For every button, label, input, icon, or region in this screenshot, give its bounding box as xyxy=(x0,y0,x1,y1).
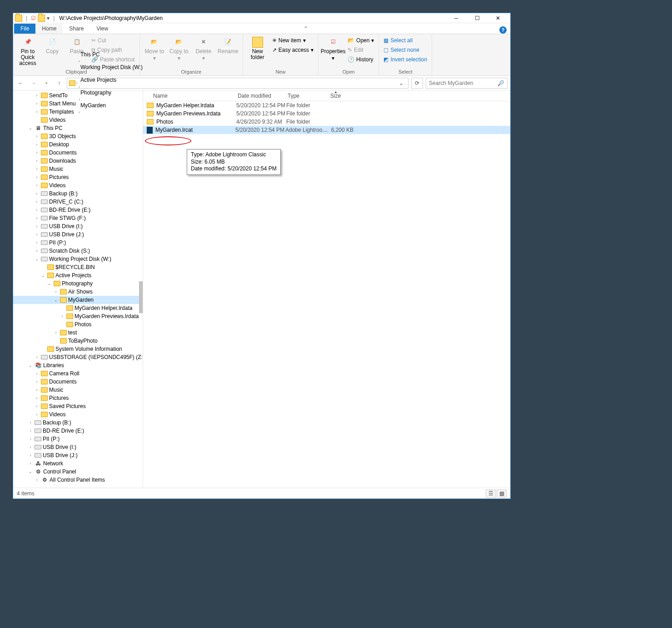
chevron-right-icon[interactable]: › xyxy=(34,199,40,204)
tree-item[interactable]: ›Air Shows xyxy=(13,288,143,296)
tree-item[interactable]: ›Desktop xyxy=(13,140,143,149)
chevron-down-icon[interactable]: ⌄ xyxy=(28,126,33,130)
tree-item[interactable]: ›BD-RE Drive (E:) xyxy=(13,206,143,214)
chevron-right-icon[interactable]: › xyxy=(34,388,40,392)
chevron-down-icon[interactable]: ⌄ xyxy=(53,298,59,302)
nav-tree[interactable]: ›SendTo›Start Menu›TemplatesVideos⌄🖥This… xyxy=(13,90,143,488)
tree-item[interactable]: $RECYCLE.BIN xyxy=(13,263,143,271)
chevron-right-icon[interactable]: › xyxy=(53,289,59,294)
tree-item[interactable]: ⌄Active Projects xyxy=(13,271,143,279)
chevron-down-icon[interactable]: ⌄ xyxy=(34,257,40,261)
chevron-right-icon[interactable]: › xyxy=(76,81,78,85)
tree-item[interactable]: Photos xyxy=(13,320,143,329)
select-all-button[interactable]: ▦ Select all xyxy=(383,36,428,45)
maximize-button[interactable]: ☐ xyxy=(467,13,488,23)
folder-icon[interactable] xyxy=(38,15,45,22)
tree-item[interactable]: ›⚙All Control Panel Items xyxy=(13,476,143,484)
chevron-right-icon[interactable]: › xyxy=(34,216,40,220)
chevron-right-icon[interactable]: › xyxy=(34,232,40,237)
chevron-right-icon[interactable]: › xyxy=(28,461,33,466)
tree-item[interactable]: ›PII (P:) xyxy=(13,239,143,247)
thumbnails-view-button[interactable]: ▦ xyxy=(497,489,507,498)
tree-item[interactable]: ›File STWG (F:) xyxy=(13,214,143,222)
easy-access-button[interactable]: ↗ Easy access ▾ xyxy=(271,45,314,55)
qat-checkbox-icon[interactable]: ☑ xyxy=(31,15,36,21)
forward-button[interactable]: → xyxy=(29,78,39,88)
file-row[interactable]: Photos4/26/2020 9:32 AMFile folder xyxy=(143,118,510,126)
chevron-right-icon[interactable]: › xyxy=(60,314,65,319)
cut-button[interactable]: ✂ Cut xyxy=(90,36,136,45)
tree-item[interactable]: Videos xyxy=(13,116,143,124)
chevron-right-icon[interactable]: › xyxy=(34,167,40,171)
chevron-right-icon[interactable]: › xyxy=(28,429,33,433)
tree-item[interactable]: ›Documents xyxy=(13,378,143,386)
chevron-right-icon[interactable]: › xyxy=(34,371,40,376)
open-button[interactable]: 📂 Open ▾ xyxy=(347,36,375,45)
tree-item[interactable]: ›Documents xyxy=(13,149,143,157)
chevron-right-icon[interactable]: › xyxy=(34,240,40,245)
tree-item[interactable]: ›USB Drive (J:) xyxy=(13,230,143,239)
file-row[interactable]: MyGarden.lrcat5/20/2020 12:54 PMAdobe Li… xyxy=(143,126,510,134)
tree-item[interactable]: ›Backup (B:) xyxy=(13,419,143,427)
chevron-right-icon[interactable]: › xyxy=(34,208,40,212)
move-to-button[interactable]: 📂Move to▾ xyxy=(144,36,165,62)
file-list[interactable]: ▲ Name Date modified Type Size MyGarden … xyxy=(143,90,510,488)
tree-item[interactable]: ›Videos xyxy=(13,410,143,419)
chevron-right-icon[interactable]: › xyxy=(34,101,40,106)
chevron-right-icon[interactable]: › xyxy=(34,404,40,409)
tree-item[interactable]: ›Music xyxy=(13,386,143,394)
qat-dropdown-icon[interactable]: ▾ xyxy=(47,15,50,21)
new-folder-button[interactable]: New folder xyxy=(247,36,269,61)
tree-item[interactable]: ⌄Working Project Disk (W:) xyxy=(13,255,143,263)
tree-item[interactable]: ⌄🖥This PC xyxy=(13,124,143,132)
chevron-right-icon[interactable]: › xyxy=(34,412,40,417)
tree-item[interactable]: ⌄Photography xyxy=(13,279,143,288)
tree-item[interactable]: ›Start Menu xyxy=(13,100,143,108)
up-button[interactable]: ↑ xyxy=(54,78,64,88)
tree-item[interactable]: MyGarden Helper.lrdata xyxy=(13,304,143,312)
chevron-right-icon[interactable]: › xyxy=(34,150,40,155)
file-row[interactable]: MyGarden Helper.lrdata5/20/2020 12:54 PM… xyxy=(143,101,510,110)
chevron-right-icon[interactable]: › xyxy=(34,134,40,139)
chevron-right-icon[interactable]: › xyxy=(34,249,40,253)
tree-item[interactable]: ›PII (P:) xyxy=(13,435,143,443)
search-box[interactable]: 🔍 xyxy=(426,78,508,89)
chevron-right-icon[interactable]: › xyxy=(79,72,80,76)
column-name[interactable]: Name xyxy=(143,93,234,99)
tree-item[interactable]: ›USB Drive (I:) xyxy=(13,443,143,451)
breadcrumb-segment[interactable]: This PC xyxy=(79,51,144,58)
edit-button[interactable]: ✎ Edit xyxy=(347,45,375,55)
invert-selection-button[interactable]: ◩ Invert selection xyxy=(383,55,428,64)
chevron-right-icon[interactable]: › xyxy=(28,420,33,425)
back-button[interactable]: ← xyxy=(16,78,26,88)
tree-item[interactable]: ›Camera Roll xyxy=(13,369,143,378)
breadcrumb-dropdown[interactable]: ⌄ xyxy=(396,80,406,86)
tree-item[interactable]: ›test xyxy=(13,329,143,337)
tab-view[interactable]: View xyxy=(90,24,114,34)
tree-item[interactable]: ⌄MyGarden xyxy=(13,296,143,304)
new-item-button[interactable]: ✳ New item ▾ xyxy=(271,36,314,45)
delete-button[interactable]: ✖Delete▾ xyxy=(193,36,214,62)
tab-home[interactable]: Home xyxy=(35,24,63,34)
chevron-right-icon[interactable]: › xyxy=(28,453,33,458)
chevron-down-icon[interactable]: ⌄ xyxy=(40,273,46,278)
chevron-right-icon[interactable]: › xyxy=(34,396,40,400)
chevron-right-icon[interactable]: › xyxy=(34,142,40,147)
tree-item[interactable]: ⌄⚙Control Panel xyxy=(13,468,143,476)
chevron-right-icon[interactable]: › xyxy=(34,379,40,384)
tree-item[interactable]: ›USB Drive (J:) xyxy=(13,451,143,459)
tree-item[interactable]: ⌄📚Libraries xyxy=(13,361,143,369)
tree-item[interactable]: ›Backup (B:) xyxy=(13,189,143,198)
search-icon[interactable]: 🔍 xyxy=(498,80,504,86)
history-button[interactable]: 🕑 History xyxy=(347,55,375,64)
chevron-right-icon[interactable]: › xyxy=(34,191,40,196)
copy-button[interactable]: 📄Copy xyxy=(41,36,63,55)
tree-item[interactable]: ›MyGarden Previews.lrdata xyxy=(13,312,143,320)
breadcrumb[interactable]: › This PC›Working Project Disk (W:)›Acti… xyxy=(67,78,408,89)
recent-dropdown[interactable]: ▾ xyxy=(41,78,51,88)
file-row[interactable]: MyGarden Previews.lrdata5/20/2020 12:54 … xyxy=(143,110,510,118)
chevron-down-icon[interactable]: ⌄ xyxy=(47,281,52,286)
chevron-right-icon[interactable]: › xyxy=(34,224,40,229)
copy-to-button[interactable]: 📂Copy to▾ xyxy=(168,36,190,62)
breadcrumb-segment[interactable]: Active Projects xyxy=(79,77,144,83)
